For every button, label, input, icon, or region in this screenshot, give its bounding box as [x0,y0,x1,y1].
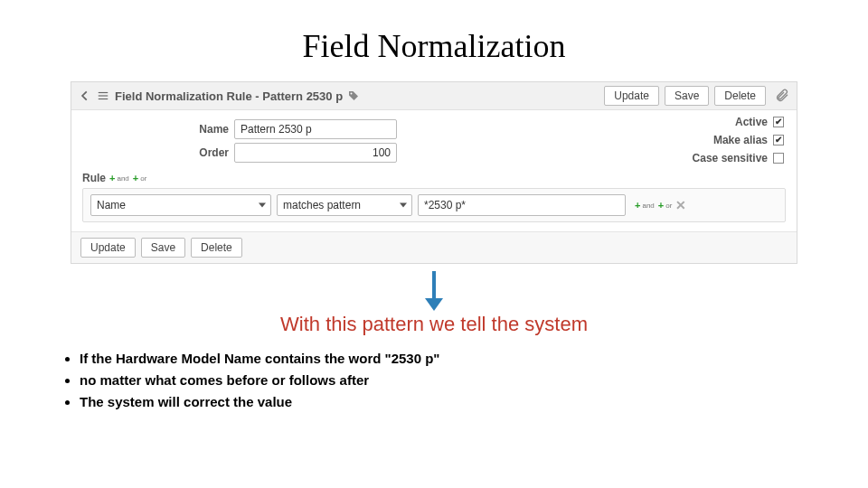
row-add-and-icon[interactable]: +and [635,200,655,211]
alias-row: Make alias ✔ [713,134,784,146]
rule-panel: Field Normalization Rule - Pattern 2530 … [71,81,797,264]
add-or-icon[interactable]: +or [133,173,147,183]
name-label: Name [82,123,234,136]
arrow-down-icon [421,269,447,311]
pattern-value-input[interactable] [418,194,626,216]
list-item: If the Hardware Model Name contains the … [80,349,868,369]
active-label: Active [735,116,768,128]
bullet-list: If the Hardware Model Name contains the … [80,349,868,411]
name-input[interactable] [234,119,397,139]
attachment-icon[interactable] [775,89,789,103]
caption-text: With this pattern we tell the system [0,313,868,336]
delete-button-top[interactable]: Delete [714,86,766,106]
panel-title: Field Normalization Rule - Pattern 2530 … [115,89,343,103]
menu-icon[interactable] [97,89,109,102]
order-row: Order [82,143,786,163]
svg-point-3 [351,93,353,95]
save-button-top[interactable]: Save [665,86,709,106]
panel-footer: Update Save Delete [71,231,797,263]
update-button-bottom[interactable]: Update [80,238,136,258]
panel-header: Field Normalization Rule - Pattern 2530 … [71,82,797,110]
slide-title: Field Normalization [0,27,868,65]
check-icon: ✔ [775,136,782,145]
svg-marker-5 [425,298,443,311]
case-row: Case sensitive [693,152,784,164]
back-icon[interactable] [79,89,91,102]
field-select[interactable]: Name [90,194,271,216]
remove-row-icon[interactable]: ✕ [675,198,686,212]
operator-select[interactable]: matches pattern [277,194,412,216]
active-checkbox[interactable]: ✔ [773,117,784,127]
alias-checkbox[interactable]: ✔ [773,135,784,145]
list-item: The system will correct the value [80,392,868,412]
rule-header: Rule +and +or [82,172,786,184]
tag-icon[interactable] [348,90,359,101]
list-item: no matter what comes before or follows a… [80,371,868,390]
rule-row: Name matches pattern +and +or ✕ [82,188,786,222]
case-checkbox[interactable] [773,153,784,164]
order-label: Order [82,146,234,159]
rule-section: Rule +and +or Name matches pattern [71,170,797,231]
add-and-icon[interactable]: +and [109,173,129,183]
row-action-icons: +and +or ✕ [635,198,686,212]
delete-button-bottom[interactable]: Delete [191,238,242,258]
name-row: Name [82,119,786,139]
row-add-or-icon[interactable]: +or [658,200,673,211]
save-button-bottom[interactable]: Save [141,238,185,258]
case-label: Case sensitive [693,152,768,164]
update-button-top[interactable]: Update [604,86,659,106]
checkbox-column: Active ✔ Make alias ✔ Case sensitive [693,116,784,164]
check-icon: ✔ [775,117,782,127]
rule-title: Rule [82,172,106,184]
form-area: Name Order Active ✔ Make alias ✔ Case se… [71,110,797,170]
active-row: Active ✔ [735,116,784,128]
order-input[interactable] [234,143,397,163]
alias-label: Make alias [713,134,768,146]
